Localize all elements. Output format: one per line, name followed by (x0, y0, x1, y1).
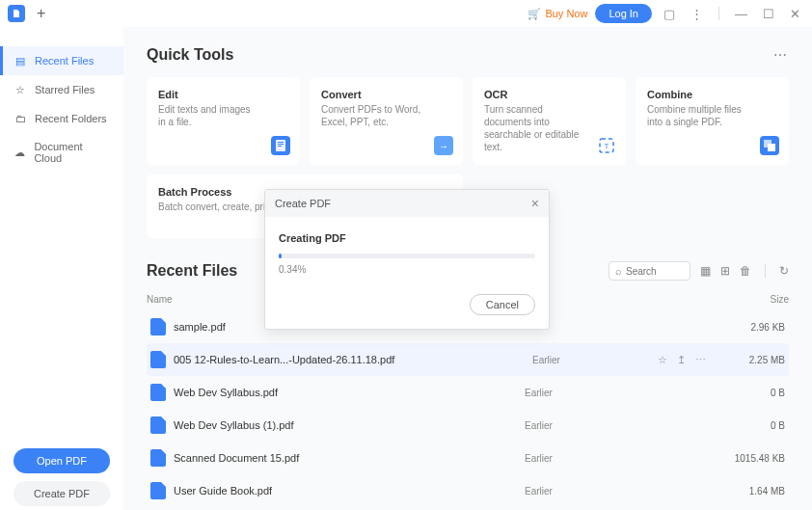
file-size: 0 B (717, 388, 785, 398)
tool-card-combine[interactable]: Combine Combine multiple files into a si… (636, 77, 789, 165)
file-size: 0 B (717, 420, 785, 431)
tool-desc: Combine multiple files into a single PDF… (647, 103, 748, 128)
pdf-file-icon (150, 351, 166, 368)
file-icon: ▤ (14, 54, 27, 67)
tool-card-convert[interactable]: Convert Convert PDFs to Word, Excel, PPT… (310, 77, 463, 165)
maximize-icon[interactable]: ☐ (759, 7, 778, 21)
sidebar-item-label: Document Cloud (34, 141, 110, 164)
file-row[interactable]: Scanned Document 15.pdf Earlier 1015.48 … (147, 442, 789, 474)
sidebar-item-label: Recent Folders (35, 113, 107, 124)
svg-rect-1 (278, 142, 284, 143)
divider (718, 7, 719, 20)
tool-card-ocr[interactable]: OCR Turn scanned documents into searchab… (473, 77, 626, 165)
divider (765, 264, 766, 278)
grid-view-icon[interactable]: ⊞ (720, 264, 730, 278)
file-name: Scanned Document 15.pdf (174, 452, 525, 464)
progress-bar (279, 254, 535, 258)
sidebar-item-recent-files[interactable]: ▤ Recent Files (0, 46, 123, 75)
folder-icon: 🗀 (14, 112, 27, 125)
ocr-icon: T (597, 136, 616, 155)
file-date: Earlier (525, 388, 717, 398)
tool-desc: Edit texts and images in a file. (158, 103, 259, 128)
progress-fill (279, 254, 282, 258)
tool-title: Convert (321, 89, 451, 100)
more-icon[interactable]: ⋯ (695, 354, 706, 366)
notification-icon[interactable]: ▢ (660, 7, 679, 21)
recent-toolbar: ⌕ ▦ ⊞ 🗑 ↻ (609, 261, 789, 281)
file-date: Earlier (532, 355, 658, 365)
quick-tools-header: Quick Tools ⋯ (147, 46, 789, 64)
svg-rect-3 (278, 146, 282, 147)
sidebar-item-label: Starred Files (35, 84, 95, 95)
file-name: Web Dev Syllabus.pdf (174, 387, 525, 398)
svg-text:T: T (605, 142, 609, 150)
progress-percent: 0.34% (279, 264, 535, 275)
minimize-icon[interactable]: — (731, 7, 751, 21)
recent-files-title: Recent Files (147, 262, 237, 280)
pdf-file-icon (150, 384, 166, 401)
pdf-file-icon (150, 482, 166, 499)
sidebar-item-recent-folders[interactable]: 🗀 Recent Folders (0, 104, 123, 133)
more-icon[interactable]: ⋯ (773, 47, 789, 63)
file-row[interactable]: Web Dev Syllabus.pdf Earlier 0 B (147, 376, 789, 409)
upload-icon[interactable]: ↥ (677, 354, 686, 366)
tool-desc: Convert PDFs to Word, Excel, PPT, etc. (321, 103, 422, 128)
create-pdf-button[interactable]: Create PDF (14, 481, 110, 506)
cancel-button[interactable]: Cancel (470, 294, 535, 315)
create-pdf-dialog: Create PDF × Creating PDF 0.34% Cancel (264, 189, 550, 330)
buy-now-link[interactable]: 🛒 Buy Now (528, 8, 587, 20)
edit-icon (271, 136, 290, 155)
file-date: Earlier (525, 486, 717, 497)
file-name: 005 12-Rules-to-Learn...-Updated-26.11.1… (174, 354, 532, 365)
refresh-icon[interactable]: ↻ (779, 264, 789, 278)
dialog-body: Creating PDF 0.34% (265, 217, 549, 284)
file-row[interactable]: 005 12-Rules-to-Learn...-Updated-26.11.1… (147, 343, 789, 376)
file-name: Web Dev Syllabus (1).pdf (174, 419, 525, 431)
svg-rect-7 (768, 144, 775, 151)
tool-row-1: Edit Edit texts and images in a file. Co… (147, 77, 789, 165)
menu-dots-icon[interactable]: ⋮ (687, 7, 707, 21)
open-pdf-button[interactable]: Open PDF (14, 448, 110, 473)
pdf-file-icon (150, 449, 166, 467)
col-size: Size (721, 294, 789, 305)
trash-icon[interactable]: 🗑 (740, 264, 751, 278)
svg-rect-2 (278, 144, 284, 145)
titlebar: + 🛒 Buy Now Log In ▢ ⋮ — ☐ ✕ (0, 0, 812, 27)
combine-icon (760, 136, 779, 155)
login-button[interactable]: Log In (595, 4, 652, 23)
new-tab-button[interactable]: + (37, 5, 45, 22)
star-icon: ☆ (14, 83, 27, 96)
file-size: 2.25 MB (717, 355, 785, 365)
file-row[interactable]: User Guide Book.pdf Earlier 1.64 MB (147, 474, 789, 507)
convert-icon: → (434, 136, 453, 155)
list-view-icon[interactable]: ▦ (700, 264, 711, 278)
dialog-title: Create PDF (275, 198, 331, 209)
search-icon: ⌕ (615, 265, 622, 277)
close-window-icon[interactable]: ✕ (786, 7, 804, 21)
app-logo[interactable] (8, 5, 25, 22)
pdf-file-icon (150, 416, 166, 434)
file-size: 1015.48 KB (717, 453, 785, 464)
tool-card-edit[interactable]: Edit Edit texts and images in a file. (147, 77, 300, 165)
dialog-header: Create PDF × (265, 190, 549, 217)
file-date: Earlier (525, 453, 717, 464)
close-icon[interactable]: × (531, 196, 539, 211)
search-box[interactable]: ⌕ (609, 261, 690, 281)
search-input[interactable] (626, 266, 684, 277)
titlebar-left: + (8, 5, 45, 22)
dialog-footer: Cancel (265, 284, 549, 329)
spacer (0, 172, 123, 444)
tool-title: OCR (484, 89, 614, 100)
sidebar-item-document-cloud[interactable]: ☁ Document Cloud (0, 133, 123, 172)
dialog-status-title: Creating PDF (279, 232, 535, 244)
file-size: 2.96 KB (717, 322, 785, 333)
quick-tools-title: Quick Tools (147, 46, 233, 64)
cart-icon: 🛒 (528, 8, 541, 20)
star-icon[interactable]: ☆ (658, 354, 667, 366)
sidebar-item-starred-files[interactable]: ☆ Starred Files (0, 75, 123, 104)
titlebar-right: 🛒 Buy Now Log In ▢ ⋮ — ☐ ✕ (528, 4, 804, 23)
cloud-icon: ☁ (14, 146, 26, 159)
file-row[interactable]: Web Dev Syllabus (1).pdf Earlier 0 B (147, 409, 789, 442)
tool-title: Edit (158, 89, 288, 100)
tool-title: Combine (647, 89, 777, 100)
